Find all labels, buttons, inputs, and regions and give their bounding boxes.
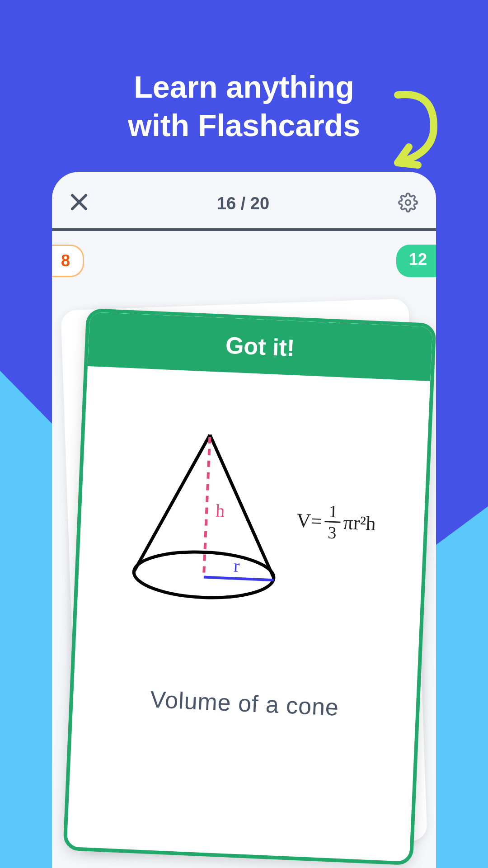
height-label: h [215, 500, 225, 521]
card-body: h r V= 1 3 πr²h Volume of a cone [67, 366, 431, 862]
flashcard-stack: Got it! h r V= 1 [66, 304, 422, 847]
incorrect-count-badge: 8 [52, 245, 84, 277]
formula-prefix: V= [296, 509, 323, 533]
radius-label: r [233, 555, 240, 576]
svg-line-5 [204, 437, 210, 575]
cone-diagram-icon: h r [126, 422, 287, 609]
svg-line-6 [204, 577, 274, 580]
correct-count-badge: 12 [396, 245, 436, 277]
flashcard-front[interactable]: Got it! h r V= 1 [63, 308, 436, 866]
diagram-area: h r V= 1 3 πr²h [95, 421, 410, 615]
formula-numerator: 1 [325, 501, 342, 523]
score-row: 8 12 [52, 231, 436, 291]
card-caption: Volume of a cone [91, 683, 399, 724]
settings-button[interactable] [398, 193, 418, 214]
curved-arrow-icon [375, 81, 447, 174]
progress-counter: 16 / 20 [217, 194, 269, 213]
app-header: 16 / 20 [52, 172, 436, 228]
volume-formula: V= 1 3 πr²h [296, 500, 376, 544]
formula-denominator: 3 [324, 522, 341, 542]
formula-fraction: 1 3 [324, 501, 342, 542]
close-button[interactable] [70, 192, 88, 215]
phone-mockup: 16 / 20 8 12 Got it! [52, 172, 436, 868]
formula-suffix: πr²h [343, 510, 376, 535]
gear-icon [398, 193, 418, 212]
